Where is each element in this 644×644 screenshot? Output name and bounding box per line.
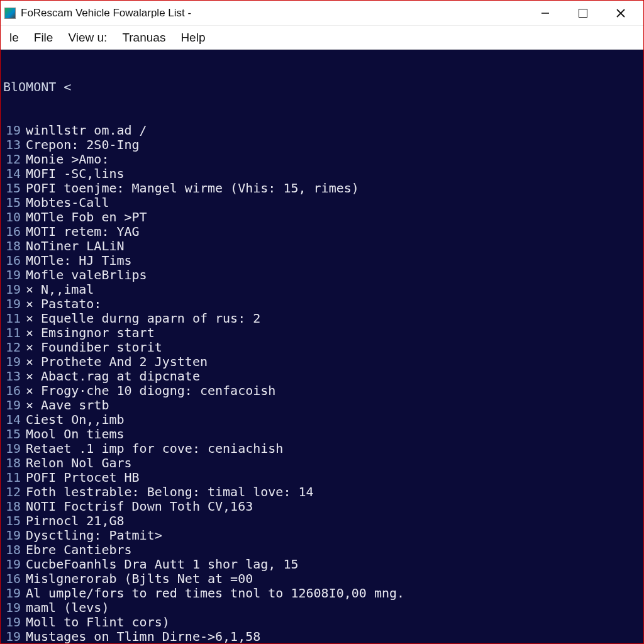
line-number: 18 [1, 543, 26, 557]
line-text: NoTiner LALiN [26, 239, 125, 253]
line-text: Ciest On,,imb [26, 413, 125, 427]
line-number: 19 [1, 355, 26, 369]
line-number: 19 [1, 528, 26, 543]
line-number: 13 [1, 138, 26, 152]
line-text: maml (levs) [26, 601, 109, 615]
line-text: NOTI Foctrisf Down Toth CV,163 [26, 499, 253, 514]
line-number: 19 [1, 601, 26, 615]
console-line: 13× Abact.rag at dipcnate [1, 369, 643, 384]
menubar: le File View u: Tranuas Help [1, 26, 643, 50]
line-text: × Pastato: [26, 297, 101, 311]
console-line: 11× Emsingnor start [1, 326, 643, 340]
console-line: 19Mustages on Tlimn Dirne->6,1,58 [1, 630, 643, 643]
line-text: Mool On tiems [26, 427, 125, 441]
console-line: 15Pirnocl 21,G8 [1, 514, 643, 528]
console-line: 16MOTle: HJ Tims [1, 253, 643, 268]
line-text: × Prothete And 2 Jystten [26, 355, 208, 369]
line-number: 18 [1, 239, 26, 253]
line-text: Crepon: 2S0-Ing [26, 138, 140, 152]
line-number: 16 [1, 225, 26, 239]
console-line: 11POFI Prtocet HB [1, 470, 643, 485]
console-line: 18NoTiner LALiN [1, 239, 643, 253]
line-text: winllstr om.ad / [26, 123, 147, 138]
line-text: Pirnocl 21,G8 [26, 514, 125, 528]
line-text: Foth lestrable: Belong: timal love: 14 [26, 485, 314, 499]
line-text: × Abact.rag at dipcnate [26, 369, 200, 384]
line-number: 19 [1, 123, 26, 138]
line-number: 19 [1, 268, 26, 282]
maximize-button[interactable] [564, 1, 602, 25]
console-line: 16× Frogy·che 10 diogng: cenfacoish [1, 384, 643, 398]
console-line: 19maml (levs) [1, 601, 643, 615]
console-line: 19Dysctling: Patmit> [1, 528, 643, 543]
line-number: 12 [1, 152, 26, 167]
console-line: 12Foth lestrable: Belong: timal love: 14 [1, 485, 643, 499]
menu-item-help[interactable]: Help [174, 28, 211, 47]
close-icon [616, 8, 626, 18]
line-text: Mustages on Tlimn Dirne->6,1,58 [26, 630, 260, 643]
line-number: 16 [1, 253, 26, 268]
menu-item-le[interactable]: le [3, 28, 25, 47]
line-text: Retaet .1 imp for cove: ceniachish [26, 441, 283, 456]
line-number: 19 [1, 398, 26, 413]
line-text: Moll to Flint cors) [26, 615, 170, 630]
line-number: 11 [1, 326, 26, 340]
line-number: 15 [1, 514, 26, 528]
line-text: × Foundiber storit [26, 340, 162, 355]
line-number: 11 [1, 470, 26, 485]
console-header: BlOMONT < [1, 80, 643, 94]
menu-item-view[interactable]: View u: [62, 28, 113, 47]
console-line: 14Ciest On,,imb [1, 413, 643, 427]
line-text: Mislgnerorab (Bjlts Net at =00 [26, 572, 253, 586]
line-text: MOTI retem: YAG [26, 225, 140, 239]
minimize-button[interactable] [526, 1, 564, 25]
line-text: × Frogy·che 10 diogng: cenfacoish [26, 384, 275, 398]
console-output[interactable]: BlOMONT < 19winllstr om.ad /13Crepon: 2S… [1, 50, 643, 643]
menu-item-tranuas[interactable]: Tranuas [116, 28, 172, 47]
console-line: 19× Prothete And 2 Jystten [1, 355, 643, 369]
console-line: 15Mool On tiems [1, 427, 643, 441]
window-controls [526, 1, 640, 25]
line-number: 19 [1, 297, 26, 311]
line-text: MOTle Fob en >PT [26, 210, 147, 225]
console-line: 10MOTle Fob en >PT [1, 210, 643, 225]
line-number: 15 [1, 427, 26, 441]
line-number: 12 [1, 485, 26, 499]
console-line: 19Moll to Flint cors) [1, 615, 643, 630]
line-text: POFI Prtocet HB [26, 470, 140, 485]
line-text: × Emsingnor start [26, 326, 155, 340]
console-line: 18NOTI Foctrisf Down Toth CV,163 [1, 499, 643, 514]
titlebar[interactable]: FoRescam Vehicle Fowalarple List - [1, 1, 643, 26]
console-line: 12× Foundiber storit [1, 340, 643, 355]
console-line: 16MOTI retem: YAG [1, 225, 643, 239]
console-line: 15Mobtes-Call [1, 196, 643, 210]
console-line: 18Ebre Cantiebrs [1, 543, 643, 557]
line-number: 18 [1, 456, 26, 470]
line-number: 14 [1, 167, 26, 181]
line-number: 13 [1, 369, 26, 384]
window-title: FoRescam Vehicle Fowalarple List - [21, 7, 526, 19]
close-button[interactable] [602, 1, 640, 25]
line-number: 12 [1, 340, 26, 355]
console-line: 19× Aave srtb [1, 398, 643, 413]
line-number: 19 [1, 557, 26, 572]
line-number: 19 [1, 630, 26, 643]
line-text: × Aave srtb [26, 398, 109, 413]
line-number: 16 [1, 384, 26, 398]
line-number: 15 [1, 181, 26, 196]
menu-item-file[interactable]: File [28, 28, 60, 47]
console-line: 19Retaet .1 imp for cove: ceniachish [1, 441, 643, 456]
line-text: × Equelle durng aparn of rus: 2 [26, 311, 260, 326]
console-line: 18Relon Nol Gars [1, 456, 643, 470]
line-text: Ebre Cantiebrs [26, 543, 132, 557]
line-number: 19 [1, 441, 26, 456]
console-line: 11× Equelle durng aparn of rus: 2 [1, 311, 643, 326]
line-text: × N,,imal [26, 282, 94, 297]
line-text: POFI toenjme: Mangel wirme (Vhis: 15, ri… [26, 181, 359, 196]
line-number: 19 [1, 282, 26, 297]
console-line: 15POFI toenjme: Mangel wirme (Vhis: 15, … [1, 181, 643, 196]
line-text: Relon Nol Gars [26, 456, 132, 470]
line-text: Dysctling: Patmit> [26, 528, 162, 543]
console-line: 13Crepon: 2S0-Ing [1, 138, 643, 152]
line-number: 15 [1, 196, 26, 210]
